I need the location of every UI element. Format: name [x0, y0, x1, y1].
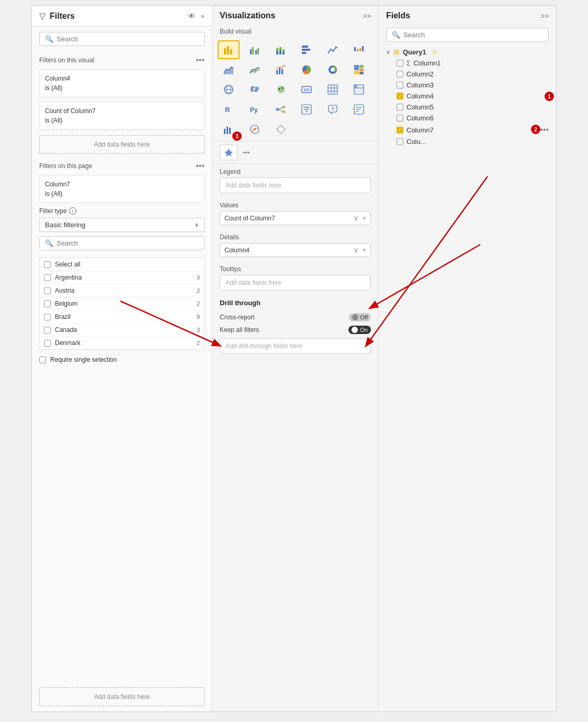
drill-through-drop-zone[interactable]: Add drill-through fields here [220, 338, 371, 354]
canada-checkbox[interactable] [44, 327, 51, 334]
cross-report-toggle[interactable]: Off [349, 313, 371, 321]
values-close-icon[interactable]: × [362, 214, 366, 222]
belgium-checkbox[interactable] [44, 301, 51, 307]
query1-row[interactable]: ∨ ⊞ Query1 ⚠ [386, 46, 549, 58]
fields-search-input[interactable] [403, 31, 543, 39]
viz-icon-matrix[interactable] [348, 80, 370, 99]
viz-icon-qa[interactable]: ? [322, 100, 344, 119]
filter-item-austria[interactable]: Austria 2 [40, 284, 204, 297]
details-section: Details Column4 ∨ × [212, 229, 378, 261]
filters-page-menu[interactable]: ••• [196, 161, 205, 171]
denmark-checkbox[interactable] [44, 340, 51, 347]
column5-checkbox[interactable] [397, 104, 403, 110]
filter-list-search-input[interactable] [56, 239, 199, 247]
svg-rect-17 [302, 49, 310, 51]
filter-item-argentina[interactable]: Argentina 3 [40, 271, 204, 284]
viz-icon-treemap[interactable] [348, 60, 370, 79]
details-field-item[interactable]: Column4 ∨ × [220, 243, 371, 257]
column-row-2[interactable]: Column2 [386, 69, 549, 80]
svg-rect-11 [276, 48, 278, 51]
column6-checkbox[interactable] [397, 115, 403, 121]
keep-filters-toggle[interactable]: On [348, 326, 371, 334]
viz-icon-r[interactable]: R [218, 100, 240, 119]
filters-page-add-fields[interactable]: Add data fields here [39, 687, 205, 706]
viz-icon-smart-narrative[interactable] [348, 100, 370, 119]
viz-icon-bar-chart-2[interactable]: 3 [218, 120, 240, 139]
column-row-1[interactable]: Σ Column1 [386, 58, 549, 69]
viz-icon-grouped-bar[interactable] [244, 40, 266, 59]
eye-icon[interactable]: 👁 [188, 12, 196, 20]
filter-item-denmark[interactable]: Denmark 2 [40, 337, 204, 349]
viz-icon-donut[interactable] [322, 60, 344, 79]
filter-item-canada[interactable]: Canada 3 [40, 324, 204, 337]
viz-icon-filled-map[interactable] [244, 80, 266, 99]
viz-get-more-button[interactable] [220, 145, 238, 160]
fields-search-box[interactable]: 🔍 [386, 28, 549, 42]
column-row-7[interactable]: ✓ Column7 ••• 2 [386, 124, 549, 136]
filters-on-visual-label: Filters on this visual ••• [32, 51, 212, 67]
values-field-item[interactable]: Count of Column7 ∨ × [220, 211, 371, 225]
filters-visual-add-fields[interactable]: Add data fields here [39, 135, 205, 154]
viz-expand-icon[interactable]: >> [363, 12, 371, 20]
column1-checkbox[interactable] [397, 60, 403, 66]
filter-item-brazil[interactable]: Brazil 9 [40, 310, 204, 324]
brazil-checkbox[interactable] [44, 314, 51, 320]
filter-card-column4[interactable]: Column4 is (All) [39, 69, 205, 97]
viz-icon-ribbon[interactable] [244, 60, 266, 79]
viz-icon-horizontal-bar[interactable] [296, 40, 318, 59]
column-row-3[interactable]: Column3 [386, 80, 549, 91]
viz-icon-shape-map[interactable] [270, 80, 292, 99]
select-all-checkbox[interactable] [44, 261, 51, 268]
viz-icon-globe[interactable] [218, 80, 240, 99]
filter-list-search-box[interactable]: 🔍 [39, 236, 205, 250]
viz-icon-pie[interactable] [296, 60, 318, 79]
viz-icon-decomp-tree[interactable] [270, 100, 292, 119]
filter-type-value: Basic filtering [45, 221, 85, 229]
viz-icon-combo[interactable] [270, 60, 292, 79]
filter-item-belgium[interactable]: Belgium 2 [40, 297, 204, 310]
details-close-icon[interactable]: × [362, 246, 366, 254]
column3-checkbox[interactable] [397, 82, 403, 88]
column-row-8[interactable]: Colu... [386, 136, 549, 147]
viz-more-options[interactable]: ••• [243, 149, 250, 157]
values-chevron-icon[interactable]: ∨ [354, 214, 359, 222]
tooltips-drop-zone[interactable]: Add data fields here [220, 275, 371, 291]
viz-icon-card[interactable]: 123 [296, 80, 318, 99]
argentina-checkbox[interactable] [44, 274, 51, 281]
viz-icon-stacked-bar[interactable] [270, 40, 292, 59]
filters-search-input[interactable] [56, 35, 199, 43]
filter-select-all[interactable]: Select all [40, 258, 204, 271]
svg-rect-19 [354, 47, 356, 51]
austria-checkbox[interactable] [44, 287, 51, 294]
column4-checkbox[interactable]: ✓ [397, 93, 403, 99]
column7-checkbox[interactable]: ✓ [397, 127, 403, 134]
viz-icon-waterfall[interactable] [348, 40, 370, 59]
fields-expand-icon[interactable]: >> [541, 12, 549, 20]
viz-icon-diamond[interactable] [270, 120, 292, 139]
filter-type-select[interactable]: Basic filtering ∨ [39, 218, 205, 232]
column-row-4[interactable]: ✓ Column4 1 [386, 91, 549, 102]
details-chevron-icon[interactable]: ∨ [354, 246, 359, 254]
viz-icon-area-chart[interactable] [218, 60, 240, 79]
svg-rect-14 [282, 52, 285, 54]
filter-type-info-icon[interactable]: i [69, 207, 76, 215]
expand-icon[interactable]: » [201, 12, 205, 20]
viz-icon-python[interactable]: Py [244, 100, 266, 119]
filter-card-count-column7[interactable]: Count of Column7 is (All) [39, 102, 205, 130]
require-single-checkbox[interactable] [39, 357, 46, 363]
column-row-6[interactable]: Column6 [386, 113, 549, 124]
viz-icon-bar-chart[interactable] [218, 40, 240, 59]
filters-search-box[interactable]: 🔍 [39, 32, 205, 46]
filters-visual-menu[interactable]: ••• [196, 55, 205, 65]
fields-search-icon: 🔍 [392, 31, 400, 39]
viz-icon-metrics-visual[interactable] [244, 120, 266, 139]
column2-checkbox[interactable] [397, 71, 403, 77]
filter-card-column7-page[interactable]: Column7 is (All) [39, 175, 205, 203]
viz-icon-line-chart[interactable] [322, 40, 344, 59]
column7-more-button[interactable]: ••• [540, 125, 549, 135]
legend-drop-zone[interactable]: Add data fields here [220, 177, 371, 193]
viz-icon-filter-visual[interactable] [296, 100, 318, 119]
viz-icon-table[interactable] [322, 80, 344, 99]
column8-checkbox[interactable] [397, 138, 403, 145]
column-row-5[interactable]: Column5 [386, 102, 549, 113]
